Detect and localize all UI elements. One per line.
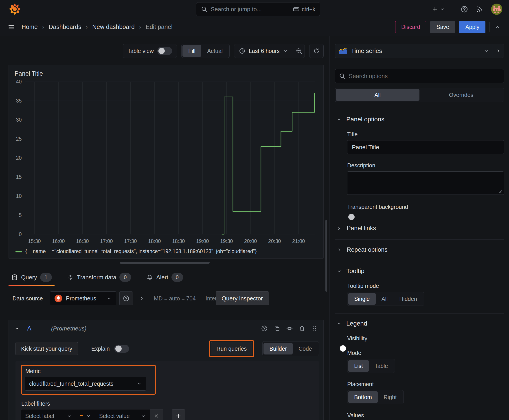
overrides-option[interactable]: Overrides (419, 89, 503, 101)
title-field[interactable] (347, 140, 504, 154)
all-option[interactable]: All (336, 89, 419, 101)
global-search-input[interactable] (211, 6, 290, 13)
panel-title: Panel Title (15, 70, 319, 77)
tooltip-mode-label: Tooltip mode (347, 283, 504, 289)
zoom-out-icon[interactable] (296, 48, 302, 54)
query-editor-card: A (Prometheus) Kick start your query Exp… (8, 320, 324, 420)
panel-links-row[interactable]: Panel links (335, 218, 504, 232)
query-ref-id: A (27, 325, 31, 332)
close-icon (154, 413, 159, 419)
left-pane-scrollbar[interactable] (326, 220, 327, 292)
apply-button[interactable]: Apply (459, 21, 486, 33)
keyboard-icon (293, 6, 300, 13)
select-label-dropdown[interactable]: Select label (21, 409, 76, 420)
help-icon (123, 295, 129, 302)
help-icon[interactable] (261, 325, 268, 332)
operator-value: = (80, 413, 83, 419)
hide-response-icon[interactable] (286, 325, 293, 332)
tab-query[interactable]: Query 1 (10, 273, 53, 286)
explain-toggle[interactable] (114, 345, 129, 353)
query-inspector-button[interactable]: Query inspector (216, 292, 269, 305)
time-range-label[interactable]: Last 6 hours (249, 48, 280, 54)
legend-bottom-option[interactable]: Bottom (348, 391, 378, 403)
global-search[interactable]: ctrl+k (196, 2, 320, 16)
panel-preview: Panel Title 051015202530354015:3016:0016… (8, 65, 324, 259)
panel-options-body: Title Description Transparent background (335, 131, 504, 210)
chevron-down-icon (106, 296, 112, 301)
builder-option[interactable]: Builder (264, 343, 293, 354)
search-icon (339, 73, 346, 79)
panel-options-header[interactable]: Panel options (335, 116, 504, 123)
breadcrumb-dashboards[interactable]: Dashboards (49, 23, 82, 30)
drag-handle-icon[interactable] (311, 325, 318, 332)
legend-list-option[interactable]: List (348, 360, 369, 372)
svg-text:16:30: 16:30 (76, 238, 89, 244)
breadcrumb: Home › Dashboards › New dashboard › Edit… (22, 23, 173, 30)
svg-text:21:00: 21:00 (292, 238, 305, 244)
clock-icon (239, 48, 245, 54)
menu-icon[interactable] (8, 23, 15, 31)
remove-query-icon[interactable] (299, 325, 305, 332)
duplicate-icon[interactable] (273, 325, 280, 332)
tab-query-label: Query (21, 274, 37, 281)
svg-text:18:00: 18:00 (148, 238, 161, 244)
query-row-header[interactable]: A (Prometheus) (9, 320, 323, 337)
description-field[interactable] (347, 171, 504, 195)
breadcrumb-new-dashboard[interactable]: New dashboard (92, 23, 135, 30)
legend-series-label[interactable]: {__name__="cloudflared_tunnel_total_requ… (25, 248, 257, 255)
svg-text:16:00: 16:00 (52, 238, 65, 244)
collapse-options-button[interactable] (492, 44, 504, 58)
svg-text:40: 40 (16, 79, 22, 85)
fill-option[interactable]: Fill (182, 45, 201, 57)
options-search-input[interactable] (349, 73, 500, 80)
metric-select[interactable]: cloudflared_tunnel_total_requests (25, 377, 146, 391)
legend-right-option[interactable]: Right (378, 391, 403, 403)
refresh-icon (313, 48, 320, 54)
select-value-dropdown[interactable]: Select value (95, 409, 150, 420)
tooltip-all-option[interactable]: All (376, 293, 394, 305)
editor-tabs: Query 1 Transform data 0 Alert 0 (10, 270, 324, 286)
code-option[interactable]: Code (293, 343, 318, 354)
collapse-header-icon[interactable] (494, 23, 501, 31)
tab-transform[interactable]: Transform data 0 (66, 273, 132, 286)
panel-resize-handle[interactable] (120, 262, 210, 264)
chevron-down-icon[interactable] (283, 48, 288, 54)
remove-filter-button[interactable] (150, 409, 163, 420)
operator-dropdown[interactable]: = (76, 409, 95, 420)
add-filter-button[interactable] (172, 409, 185, 420)
legend-series-swatch[interactable] (15, 251, 22, 252)
avatar-image (491, 4, 502, 15)
table-view-toggle[interactable] (157, 47, 172, 55)
prometheus-icon (54, 294, 62, 302)
user-avatar[interactable] (491, 4, 502, 15)
save-button[interactable]: Save (430, 21, 455, 33)
tab-alert[interactable]: Alert 0 (145, 273, 184, 286)
help-button[interactable] (461, 5, 468, 13)
tooltip-single-option[interactable]: Single (348, 293, 376, 305)
datasource-help-button[interactable] (119, 292, 133, 305)
legend-header[interactable]: Legend (335, 320, 504, 327)
visualization-name: Time series (351, 48, 382, 54)
tooltip-header[interactable]: Tooltip (335, 267, 504, 275)
breadcrumb-home[interactable]: Home (22, 23, 38, 30)
resize-corner-icon[interactable] (497, 188, 502, 194)
refresh-button[interactable] (309, 44, 324, 58)
news-button[interactable] (476, 5, 483, 13)
datasource-picker[interactable]: Prometheus (50, 292, 116, 305)
kick-start-button[interactable]: Kick start your query (15, 342, 78, 355)
visualization-picker[interactable]: Time series (335, 44, 504, 58)
timeseries-chart[interactable]: 051015202530354015:3016:0016:3017:0017:3… (14, 78, 319, 248)
run-queries-button[interactable]: Run queries (211, 342, 252, 355)
actual-option[interactable]: Actual (201, 45, 228, 57)
grafana-logo[interactable] (8, 2, 22, 16)
chevron-down-icon[interactable] (14, 326, 20, 331)
repeat-options-row[interactable]: Repeat options (335, 239, 504, 253)
tooltip-hidden-option[interactable]: Hidden (393, 293, 423, 305)
options-search[interactable] (335, 69, 504, 83)
chevron-right-icon[interactable] (139, 296, 144, 301)
legend-body: Visibility Mode List Table Placement Bot… (335, 335, 504, 420)
add-new-button[interactable] (432, 6, 445, 13)
legend-table-option[interactable]: Table (369, 360, 394, 372)
discard-button[interactable]: Discard (395, 21, 426, 33)
nav-bar: Home › Dashboards › New dashboard › Edit… (0, 18, 509, 36)
